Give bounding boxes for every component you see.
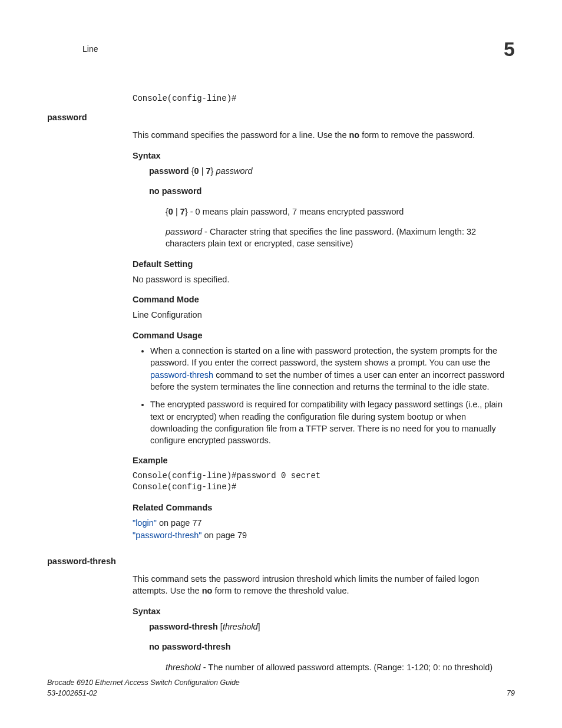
opt-0: 0 (168, 207, 173, 216)
example-code: Console(config-line)#password 0 secret C… (133, 470, 515, 493)
usage-item-2: The encrypted password is required for c… (150, 398, 515, 446)
arg: password (166, 227, 202, 236)
text: on page 79 (201, 531, 247, 540)
syntax-line-2: no password (149, 185, 515, 197)
opt-7: 7 (206, 166, 210, 176)
usage-list: When a connection is started on a line w… (133, 345, 515, 446)
password-thresh-section-body: This command sets the password intrusion… (133, 573, 515, 673)
footer-left: Brocade 6910 Ethernet Access Switch Conf… (47, 678, 240, 699)
footer-docnum: 53-1002651-02 (47, 689, 240, 699)
related-label: Related Commands (133, 502, 515, 513)
syntax-line-1: password {0 | 7} password (149, 165, 515, 177)
arg-threshold: threshold (223, 622, 258, 631)
page-footer: Brocade 6910 Ethernet Access Switch Conf… (47, 678, 515, 699)
keyword-no: no (202, 586, 213, 595)
param-0-7: {0 | 7} - 0 means plain password, 7 mean… (166, 206, 515, 218)
usage-label: Command Usage (133, 330, 515, 341)
code-block-top-wrap: Console(config-line)# (133, 93, 515, 105)
default-text: No password is specified. (133, 274, 515, 285)
syntax-label: Syntax (133, 150, 515, 162)
footer-book: Brocade 6910 Ethernet Access Switch Conf… (47, 678, 240, 689)
syntax-line-1: password-thresh [threshold] (149, 621, 515, 633)
syntax-line-2: no password-thresh (149, 641, 515, 653)
text: This command specifies the password for … (133, 130, 349, 140)
password-section-body: This command specifies the password for … (133, 129, 515, 541)
text: - The number of allowed password attempt… (201, 663, 492, 672)
text: form to remove the threshold value. (212, 586, 349, 595)
text: { (189, 166, 194, 176)
mode-text: Line Configuration (133, 309, 515, 321)
example-label: Example (133, 454, 515, 466)
running-header: Line 5 (47, 35, 515, 64)
usage-item-1: When a connection is started on a line w… (150, 345, 515, 393)
running-header-title: Line (82, 44, 98, 55)
keyword-no: no (349, 130, 360, 140)
section-heading-password: password (47, 111, 515, 123)
opt-0: 0 (194, 166, 199, 176)
mode-label: Command Mode (133, 294, 515, 305)
thresh-intro: This command sets the password intrusion… (133, 573, 515, 597)
default-label: Default Setting (133, 258, 515, 270)
link-login[interactable]: "login" (133, 518, 157, 528)
arg: threshold (166, 663, 201, 672)
text: | (173, 207, 180, 216)
link-password-thresh[interactable]: password-thresh (150, 370, 213, 380)
page-root: Line 5 Console(config-line)# password Th… (0, 0, 562, 728)
syntax-label: Syntax (133, 605, 515, 617)
chapter-number: 5 (504, 35, 515, 64)
section-heading-password-thresh: password-thresh (47, 555, 515, 567)
text: - Character string that specifies the li… (166, 227, 476, 248)
link-password-thresh[interactable]: "password-thresh" (133, 531, 201, 540)
related-2: "password-thresh" on page 79 (133, 529, 515, 541)
text: When a connection is started on a line w… (150, 346, 497, 367)
text: on page 77 (157, 518, 202, 528)
opt-7: 7 (180, 207, 185, 216)
text: ] (258, 622, 260, 631)
password-intro: This command specifies the password for … (133, 129, 515, 141)
param-password: password - Character string that specifi… (166, 226, 515, 250)
arg-password: password (216, 166, 252, 176)
cmd: password-thresh (149, 622, 218, 631)
related-1: "login" on page 77 (133, 517, 515, 529)
code-block-top: Console(config-line)# (133, 93, 515, 105)
text: - 0 means plain password, 7 means encryp… (188, 207, 404, 216)
text: | (199, 166, 206, 176)
cmd: password (149, 166, 189, 176)
text: [ (218, 622, 223, 631)
page-number: 79 (507, 689, 515, 699)
text: form to remove the password. (359, 130, 475, 140)
param-threshold: threshold - The number of allowed passwo… (166, 661, 515, 673)
